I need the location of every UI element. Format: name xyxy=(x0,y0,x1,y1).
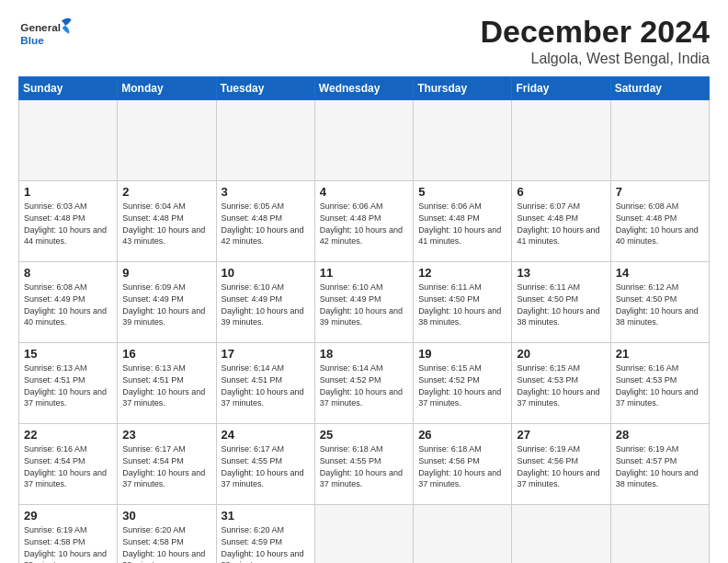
day-info: Sunrise: 6:08 AMSunset: 4:49 PMDaylight:… xyxy=(24,282,112,327)
col-thursday: Thursday xyxy=(414,77,512,100)
day-info: Sunrise: 6:03 AMSunset: 4:48 PMDaylight:… xyxy=(24,201,112,247)
table-cell: 14Sunrise: 6:12 AMSunset: 4:50 PMDayligh… xyxy=(610,262,709,343)
table-cell xyxy=(414,505,512,563)
table-cell xyxy=(216,100,314,181)
day-info: Sunrise: 6:19 AMSunset: 4:56 PMDaylight:… xyxy=(517,443,605,489)
day-number: 26 xyxy=(418,428,506,442)
table-cell xyxy=(610,505,709,563)
day-number: 6 xyxy=(517,185,605,199)
table-cell xyxy=(512,505,610,563)
table-cell: 21Sunrise: 6:16 AMSunset: 4:53 PMDayligh… xyxy=(610,343,709,424)
table-cell xyxy=(19,100,118,181)
day-info: Sunrise: 6:10 AMSunset: 4:49 PMDaylight:… xyxy=(320,282,408,327)
table-cell: 8Sunrise: 6:08 AMSunset: 4:49 PMDaylight… xyxy=(19,262,118,343)
table-cell: 15Sunrise: 6:13 AMSunset: 4:51 PMDayligh… xyxy=(19,343,118,424)
calendar-table: Sunday Monday Tuesday Wednesday Thursday… xyxy=(18,76,710,563)
month-title: December 2024 xyxy=(480,15,710,49)
day-info: Sunrise: 6:20 AMSunset: 4:59 PMDaylight:… xyxy=(222,524,310,563)
day-info: Sunrise: 6:11 AMSunset: 4:50 PMDaylight:… xyxy=(517,282,605,327)
day-number: 15 xyxy=(24,347,112,361)
day-info: Sunrise: 6:06 AMSunset: 4:48 PMDaylight:… xyxy=(418,201,506,247)
page: General Blue December 2024 Lalgola, West… xyxy=(0,0,728,563)
day-number: 27 xyxy=(517,428,605,442)
logo: General Blue xyxy=(18,15,74,53)
location: Lalgola, West Bengal, India xyxy=(480,51,710,67)
svg-text:General: General xyxy=(20,21,61,33)
table-cell: 22Sunrise: 6:16 AMSunset: 4:54 PMDayligh… xyxy=(19,424,118,505)
day-info: Sunrise: 6:15 AMSunset: 4:53 PMDaylight:… xyxy=(517,362,605,408)
day-info: Sunrise: 6:18 AMSunset: 4:55 PMDaylight:… xyxy=(320,443,408,489)
logo-svg: General Blue xyxy=(18,15,74,53)
day-number: 24 xyxy=(222,428,310,442)
table-cell: 4Sunrise: 6:06 AMSunset: 4:48 PMDaylight… xyxy=(314,181,413,262)
day-info: Sunrise: 6:10 AMSunset: 4:49 PMDaylight:… xyxy=(222,282,310,327)
table-cell: 29Sunrise: 6:19 AMSunset: 4:58 PMDayligh… xyxy=(19,505,118,563)
svg-text:Blue: Blue xyxy=(20,34,44,46)
day-number: 9 xyxy=(122,266,210,280)
table-cell: 11Sunrise: 6:10 AMSunset: 4:49 PMDayligh… xyxy=(314,262,413,343)
day-info: Sunrise: 6:09 AMSunset: 4:49 PMDaylight:… xyxy=(122,282,210,327)
table-cell: 20Sunrise: 6:15 AMSunset: 4:53 PMDayligh… xyxy=(512,343,610,424)
day-number: 23 xyxy=(122,428,210,442)
table-cell xyxy=(512,100,610,181)
day-number: 11 xyxy=(320,266,408,280)
day-number: 13 xyxy=(517,266,605,280)
day-number: 12 xyxy=(418,266,506,280)
title-section: December 2024 Lalgola, West Bengal, Indi… xyxy=(480,15,710,67)
day-info: Sunrise: 6:14 AMSunset: 4:51 PMDaylight:… xyxy=(222,362,310,408)
day-info: Sunrise: 6:17 AMSunset: 4:55 PMDaylight:… xyxy=(222,443,310,489)
table-cell: 17Sunrise: 6:14 AMSunset: 4:51 PMDayligh… xyxy=(216,343,314,424)
table-cell: 16Sunrise: 6:13 AMSunset: 4:51 PMDayligh… xyxy=(118,343,216,424)
table-cell: 28Sunrise: 6:19 AMSunset: 4:57 PMDayligh… xyxy=(610,424,709,505)
day-number: 28 xyxy=(616,428,704,442)
day-info: Sunrise: 6:07 AMSunset: 4:48 PMDaylight:… xyxy=(517,201,605,247)
table-cell: 25Sunrise: 6:18 AMSunset: 4:55 PMDayligh… xyxy=(314,424,413,505)
day-info: Sunrise: 6:13 AMSunset: 4:51 PMDaylight:… xyxy=(122,362,210,408)
day-info: Sunrise: 6:16 AMSunset: 4:53 PMDaylight:… xyxy=(616,362,704,408)
day-info: Sunrise: 6:04 AMSunset: 4:48 PMDaylight:… xyxy=(122,201,210,247)
day-number: 29 xyxy=(24,509,112,523)
table-cell: 7Sunrise: 6:08 AMSunset: 4:48 PMDaylight… xyxy=(610,181,709,262)
day-number: 5 xyxy=(418,185,506,199)
day-info: Sunrise: 6:18 AMSunset: 4:56 PMDaylight:… xyxy=(418,443,506,489)
table-cell: 3Sunrise: 6:05 AMSunset: 4:48 PMDaylight… xyxy=(216,181,314,262)
table-cell: 18Sunrise: 6:14 AMSunset: 4:52 PMDayligh… xyxy=(314,343,413,424)
day-number: 25 xyxy=(320,428,408,442)
day-number: 30 xyxy=(122,509,210,523)
day-number: 8 xyxy=(24,266,112,280)
day-info: Sunrise: 6:11 AMSunset: 4:50 PMDaylight:… xyxy=(418,282,506,327)
day-number: 14 xyxy=(616,266,704,280)
day-number: 1 xyxy=(24,185,112,199)
table-cell: 30Sunrise: 6:20 AMSunset: 4:58 PMDayligh… xyxy=(118,505,216,563)
day-number: 20 xyxy=(517,347,605,361)
day-number: 10 xyxy=(222,266,310,280)
day-info: Sunrise: 6:17 AMSunset: 4:54 PMDaylight:… xyxy=(122,443,210,489)
table-cell: 1Sunrise: 6:03 AMSunset: 4:48 PMDaylight… xyxy=(19,181,118,262)
table-cell xyxy=(314,100,413,181)
day-number: 18 xyxy=(320,347,408,361)
day-number: 4 xyxy=(320,185,408,199)
table-cell: 12Sunrise: 6:11 AMSunset: 4:50 PMDayligh… xyxy=(414,262,512,343)
table-cell: 31Sunrise: 6:20 AMSunset: 4:59 PMDayligh… xyxy=(216,505,314,563)
day-info: Sunrise: 6:13 AMSunset: 4:51 PMDaylight:… xyxy=(24,362,112,408)
table-cell: 23Sunrise: 6:17 AMSunset: 4:54 PMDayligh… xyxy=(118,424,216,505)
day-info: Sunrise: 6:16 AMSunset: 4:54 PMDaylight:… xyxy=(24,443,112,489)
day-number: 3 xyxy=(222,185,310,199)
table-cell xyxy=(314,505,413,563)
table-cell: 5Sunrise: 6:06 AMSunset: 4:48 PMDaylight… xyxy=(414,181,512,262)
table-cell: 19Sunrise: 6:15 AMSunset: 4:52 PMDayligh… xyxy=(414,343,512,424)
day-number: 16 xyxy=(122,347,210,361)
day-info: Sunrise: 6:19 AMSunset: 4:58 PMDaylight:… xyxy=(24,524,112,563)
col-wednesday: Wednesday xyxy=(314,77,413,100)
day-number: 7 xyxy=(616,185,704,199)
table-cell xyxy=(610,100,709,181)
day-number: 22 xyxy=(24,428,112,442)
day-info: Sunrise: 6:06 AMSunset: 4:48 PMDaylight:… xyxy=(320,201,408,247)
col-sunday: Sunday xyxy=(19,77,118,100)
day-info: Sunrise: 6:14 AMSunset: 4:52 PMDaylight:… xyxy=(320,362,408,408)
table-cell: 9Sunrise: 6:09 AMSunset: 4:49 PMDaylight… xyxy=(118,262,216,343)
day-info: Sunrise: 6:20 AMSunset: 4:58 PMDaylight:… xyxy=(122,524,210,563)
col-friday: Friday xyxy=(512,77,610,100)
day-info: Sunrise: 6:19 AMSunset: 4:57 PMDaylight:… xyxy=(616,443,704,489)
day-info: Sunrise: 6:08 AMSunset: 4:48 PMDaylight:… xyxy=(616,201,704,247)
